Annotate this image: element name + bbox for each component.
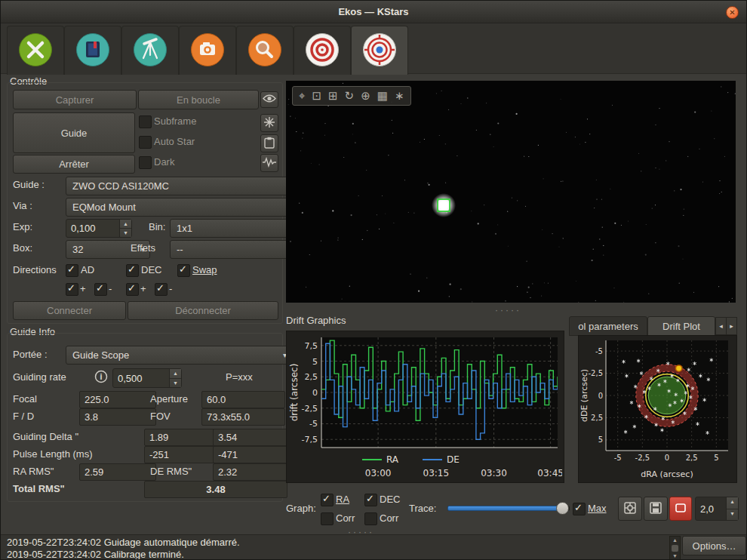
tab-align[interactable] bbox=[294, 26, 351, 75]
log-line: 2019-05-22T23:24:02 Guidage automatique … bbox=[7, 537, 240, 549]
zoom-fit-icon[interactable]: ⊞ bbox=[328, 89, 338, 103]
max-checkbox[interactable] bbox=[573, 503, 586, 515]
capture-button[interactable]: Capturer bbox=[13, 90, 137, 109]
svg-text:5: 5 bbox=[714, 454, 718, 462]
via-value: EQMod Mount bbox=[72, 202, 136, 213]
log-scrollbar[interactable] bbox=[669, 536, 681, 560]
guide-button[interactable]: Guide bbox=[13, 112, 135, 153]
horizontal-splitter-handle[interactable] bbox=[495, 307, 521, 313]
ra-minus-checkbox[interactable] bbox=[94, 283, 107, 296]
disconnect-button[interactable]: Déconnecter bbox=[128, 301, 278, 320]
graph-dec-label: DEC bbox=[380, 494, 400, 506]
svg-text:2,5: 2,5 bbox=[305, 372, 318, 382]
select-box-icon[interactable]: ⊡ bbox=[312, 89, 321, 103]
spin-arrows-icon[interactable] bbox=[726, 497, 738, 520]
tab-focus[interactable] bbox=[236, 26, 294, 75]
stars-icon[interactable]: ∗ bbox=[395, 89, 404, 103]
stop-button[interactable]: Arrêter bbox=[13, 155, 135, 174]
graph-dec-corr-checkbox[interactable] bbox=[364, 512, 377, 525]
svg-text:-5: -5 bbox=[595, 347, 603, 355]
focal-label: Focal bbox=[13, 393, 37, 405]
connect-button[interactable]: Connecter bbox=[13, 301, 126, 320]
scope-combo[interactable]: Guide Scope bbox=[66, 346, 292, 365]
exposure-spinner[interactable]: 0,100 bbox=[66, 219, 132, 238]
rotate-icon[interactable]: ↻ bbox=[345, 89, 355, 103]
accuracy-spinner[interactable]: 2,0 bbox=[695, 497, 739, 521]
view-eye-button[interactable] bbox=[260, 91, 278, 108]
tab-capture[interactable] bbox=[179, 26, 236, 75]
target-lock-icon[interactable]: ⊕ bbox=[361, 89, 370, 103]
clipboard-button[interactable] bbox=[260, 134, 278, 152]
dec-minus-checkbox[interactable] bbox=[155, 283, 168, 296]
svg-text:03:30: 03:30 bbox=[481, 468, 507, 478]
dec-direction-checkbox[interactable] bbox=[126, 264, 139, 277]
dec-plus-checkbox[interactable] bbox=[126, 283, 139, 296]
fd-label: F / D bbox=[13, 411, 34, 423]
eye-icon bbox=[263, 94, 276, 106]
tab-mount[interactable] bbox=[121, 26, 179, 75]
log-scrollbar-handle[interactable] bbox=[672, 545, 678, 552]
autostar-checkbox[interactable] bbox=[139, 136, 152, 149]
drift-graphics-title: Drift Graphics bbox=[286, 315, 346, 327]
starfield-image bbox=[286, 81, 736, 303]
trace-slider-handle[interactable] bbox=[556, 502, 569, 515]
graph-ra-corr-checkbox[interactable] bbox=[321, 512, 334, 525]
swap-checkbox[interactable] bbox=[177, 264, 190, 277]
bin-label: Bin: bbox=[149, 221, 165, 233]
box-value: 32 bbox=[72, 244, 83, 255]
clear-icon bbox=[674, 501, 687, 517]
clear-graph-button[interactable] bbox=[669, 497, 692, 521]
guide-star-view[interactable]: ⌖ ⊡ ⊞ ↻ ⊕ ▦ ∗ bbox=[286, 81, 736, 303]
guide-frame-button[interactable] bbox=[618, 497, 642, 521]
tab-control-parameters[interactable]: ol parameters bbox=[569, 316, 647, 336]
tab-scheduler[interactable] bbox=[64, 26, 121, 75]
tab-drift-plot[interactable]: Drift Plot bbox=[647, 316, 715, 336]
dark-checkbox[interactable] bbox=[139, 156, 152, 169]
via-label: Via : bbox=[13, 200, 32, 212]
loop-button[interactable]: En boucle bbox=[138, 90, 259, 109]
guider-combo[interactable]: ZWO CCD ASI120MC bbox=[66, 177, 301, 195]
p-value: P=xxx bbox=[226, 371, 253, 383]
tab-setup[interactable] bbox=[7, 26, 64, 75]
ra-plus-checkbox[interactable] bbox=[66, 283, 78, 296]
log-panel: 2019-05-22T23:24:02 Guidage automatique … bbox=[1, 534, 747, 560]
subframe-checkbox[interactable] bbox=[139, 115, 152, 128]
tab-guide[interactable] bbox=[351, 26, 408, 75]
dec-minus-label: - bbox=[169, 283, 172, 295]
options-button[interactable]: Options… bbox=[682, 536, 746, 555]
fits-view-toolbar: ⌖ ⊡ ⊞ ↻ ⊕ ▦ ∗ bbox=[292, 86, 411, 106]
autostar-label: Auto Star bbox=[154, 136, 195, 148]
grid-icon[interactable]: ▦ bbox=[377, 89, 388, 103]
exposure-value: 0,100 bbox=[66, 220, 119, 237]
ra-direction-checkbox[interactable] bbox=[66, 264, 78, 277]
dark-label: Dark bbox=[154, 156, 174, 168]
guiding-rate-spinner[interactable]: 0,500 bbox=[112, 368, 182, 388]
capture-spin-button[interactable] bbox=[260, 114, 278, 132]
graph-ra-checkbox[interactable] bbox=[321, 494, 334, 506]
trace-slider-fill bbox=[447, 506, 561, 511]
svg-text:5: 5 bbox=[312, 357, 318, 367]
titlebar[interactable]: Ekos — KStars bbox=[1, 1, 746, 23]
tab-scroll-left-icon[interactable]: ◂ bbox=[715, 317, 727, 335]
svg-text:-2,5: -2,5 bbox=[635, 454, 650, 462]
waveform-button[interactable] bbox=[260, 154, 278, 172]
spin-arrows-icon[interactable] bbox=[169, 369, 181, 387]
spin-arrows-icon[interactable] bbox=[119, 220, 131, 237]
close-button[interactable] bbox=[726, 6, 739, 19]
fd-field: 3.8 bbox=[79, 408, 156, 426]
dec-direction-label: DEC bbox=[141, 264, 161, 276]
effects-combo[interactable]: -- bbox=[170, 240, 301, 259]
save-graph-button[interactable] bbox=[644, 497, 668, 521]
tab-scroll-right-icon[interactable]: ▸ bbox=[726, 317, 737, 335]
crosshair-icon[interactable]: ⌖ bbox=[299, 89, 305, 103]
via-combo[interactable]: EQMod Mount bbox=[66, 198, 301, 217]
svg-text:DE: DE bbox=[447, 454, 460, 465]
guide-target-icon bbox=[362, 32, 397, 69]
de-rms-field: 2.32 bbox=[213, 463, 287, 481]
ra-minus-label: - bbox=[109, 283, 112, 295]
bin-combo[interactable]: 1x1 bbox=[170, 219, 301, 238]
svg-text:2,5: 2,5 bbox=[686, 454, 698, 462]
graph-dec-checkbox[interactable] bbox=[364, 494, 377, 506]
delta-dec-field: 3.54 bbox=[213, 429, 287, 446]
svg-text:03:45: 03:45 bbox=[537, 468, 562, 478]
